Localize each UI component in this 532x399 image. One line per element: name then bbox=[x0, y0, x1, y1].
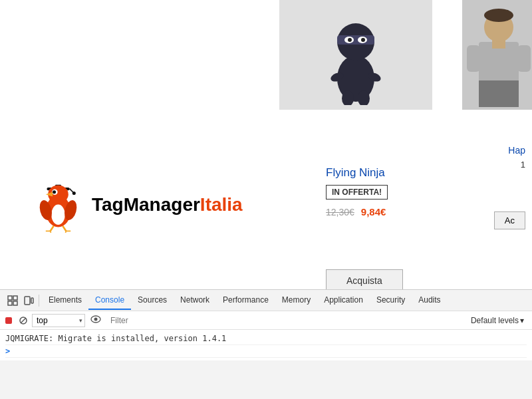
price-original: 12,30€ bbox=[326, 207, 354, 217]
devtools-panel: Elements Console Sources Network Perform… bbox=[0, 289, 532, 399]
tab-elements[interactable]: Elements bbox=[42, 291, 88, 310]
logo-bird-icon bbox=[30, 176, 86, 233]
product-image-person bbox=[462, 0, 532, 110]
default-levels-label: Default levels bbox=[471, 316, 519, 325]
tab-audits[interactable]: Audits bbox=[412, 291, 447, 310]
svg-rect-2 bbox=[337, 35, 374, 45]
buy-button[interactable]: Acquista bbox=[326, 269, 403, 289]
main-content: TagManagerItalia Flying Ninja IN OFFERTA… bbox=[0, 0, 532, 289]
tab-sources[interactable]: Sources bbox=[131, 291, 174, 310]
svg-point-25 bbox=[53, 190, 56, 194]
product-name: Flying Ninja bbox=[326, 166, 388, 180]
console-bar: top ▾ Default levels ▾ bbox=[0, 311, 532, 330]
svg-line-35 bbox=[65, 231, 66, 233]
svg-line-44 bbox=[21, 318, 26, 323]
product-info: Flying Ninja IN OFFERTA! 12,30€ 9,84€ bbox=[326, 166, 388, 217]
svg-rect-40 bbox=[25, 297, 30, 305]
svg-rect-17 bbox=[479, 80, 519, 107]
eye-icon[interactable] bbox=[88, 313, 104, 327]
console-prompt-line[interactable]: > bbox=[5, 345, 527, 358]
svg-rect-41 bbox=[31, 298, 33, 303]
console-line-text: JQMIGRATE: Migrate is installed, version… bbox=[5, 334, 226, 343]
svg-point-22 bbox=[72, 192, 76, 195]
right-panel-num: 1 bbox=[521, 160, 525, 170]
svg-rect-16 bbox=[517, 45, 531, 72]
svg-rect-37 bbox=[13, 296, 17, 300]
right-panel-title: Hap bbox=[508, 145, 525, 156]
filter-input[interactable] bbox=[106, 315, 468, 327]
svg-rect-42 bbox=[5, 317, 12, 324]
product-image-ninja bbox=[279, 0, 432, 110]
inspect-icon[interactable] bbox=[7, 295, 19, 307]
svg-rect-39 bbox=[13, 301, 17, 305]
default-levels-arrow: ▾ bbox=[520, 316, 524, 325]
context-dropdown[interactable]: top bbox=[32, 314, 85, 327]
stop-icon[interactable] bbox=[3, 315, 15, 327]
price-area: 12,30€ 9,84€ bbox=[326, 206, 388, 217]
svg-point-14 bbox=[484, 9, 513, 22]
context-dropdown-wrapper: top ▾ bbox=[32, 314, 85, 327]
svg-line-33 bbox=[51, 231, 52, 233]
tab-security[interactable]: Security bbox=[370, 291, 412, 310]
block-icon[interactable] bbox=[17, 315, 29, 327]
svg-rect-38 bbox=[8, 301, 12, 305]
price-sale: 9,84€ bbox=[361, 206, 386, 217]
svg-point-5 bbox=[348, 38, 352, 42]
tab-application[interactable]: Application bbox=[317, 291, 370, 310]
svg-line-30 bbox=[51, 226, 54, 231]
svg-line-31 bbox=[63, 226, 66, 231]
devtools-left-icons bbox=[3, 295, 39, 307]
offer-badge: IN OFFERTA! bbox=[326, 185, 388, 200]
device-icon[interactable] bbox=[23, 295, 35, 307]
console-prompt-symbol[interactable]: > bbox=[5, 346, 10, 356]
svg-rect-15 bbox=[467, 45, 480, 72]
svg-point-6 bbox=[361, 38, 365, 42]
default-levels-dropdown[interactable]: Default levels ▾ bbox=[471, 316, 529, 325]
logo-text: TagManagerItalia bbox=[86, 194, 243, 215]
right-panel-button[interactable]: Ac bbox=[494, 211, 525, 229]
console-line-migrate: JQMIGRATE: Migrate is installed, version… bbox=[5, 332, 527, 345]
tab-performance[interactable]: Performance bbox=[216, 291, 275, 310]
devtools-toolbar: Elements Console Sources Network Perform… bbox=[0, 290, 532, 311]
console-output: JQMIGRATE: Migrate is installed, version… bbox=[0, 330, 532, 360]
svg-point-27 bbox=[51, 205, 65, 225]
logo-area: TagManagerItalia bbox=[30, 176, 243, 233]
tab-memory[interactable]: Memory bbox=[275, 291, 317, 310]
tab-network[interactable]: Network bbox=[174, 291, 216, 310]
svg-point-46 bbox=[94, 318, 98, 321]
svg-rect-36 bbox=[8, 296, 12, 300]
tab-console[interactable]: Console bbox=[88, 291, 131, 310]
